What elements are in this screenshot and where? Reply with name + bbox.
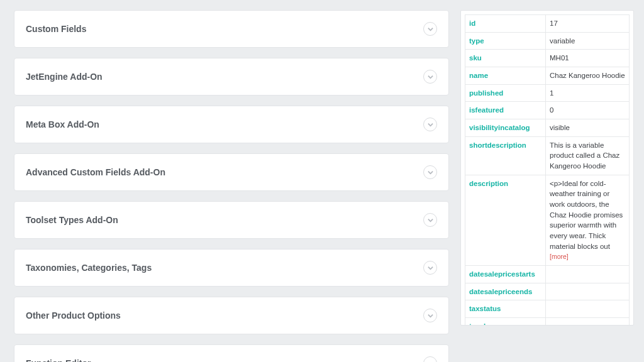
preview-panel: id17typevariableskuMH01nameChaz Kangeroo… — [460, 10, 634, 326]
preview-value — [546, 283, 630, 300]
chevron-down-icon — [423, 22, 437, 36]
chevron-down-icon — [423, 70, 437, 84]
panel-custom-fields[interactable]: Custom Fields — [14, 10, 449, 48]
panel-title: Toolset Types Add-On — [26, 215, 118, 225]
preview-key: published — [465, 84, 546, 102]
preview-key: taxstatus — [465, 300, 546, 318]
preview-key: datesalepriceends — [465, 283, 546, 300]
table-row: taxstatus — [465, 300, 630, 318]
preview-value: 0 — [546, 102, 630, 119]
table-row: datesalepricestarts — [465, 266, 630, 283]
table-row: skuMH01 — [465, 50, 630, 67]
preview-value — [546, 266, 630, 283]
preview-value — [546, 318, 630, 326]
panel-title: Function Editor — [26, 358, 91, 362]
preview-key: isfeatured — [465, 102, 546, 119]
table-row: shortdescriptionThis is a variable produ… — [465, 136, 630, 175]
preview-table: id17typevariableskuMH01nameChaz Kangeroo… — [465, 14, 630, 326]
panel-meta-box-addon[interactable]: Meta Box Add-On — [14, 106, 449, 143]
table-row: id17 — [465, 15, 630, 33]
preview-value: variable — [546, 32, 630, 50]
panel-function-editor[interactable]: Function Editor — [14, 344, 449, 362]
panel-title: Custom Fields — [26, 24, 86, 34]
table-row: description<p>Ideal for cold-weather tra… — [465, 175, 630, 265]
panel-title: Advanced Custom Fields Add-On — [26, 167, 165, 177]
chevron-down-icon — [423, 213, 437, 227]
preview-value: MH01 — [546, 50, 630, 67]
accordion-list: Custom Fields JetEngine Add-On Meta Box … — [14, 10, 449, 352]
table-row: taxclass — [465, 318, 630, 326]
preview-value: 1 — [546, 84, 630, 102]
preview-value: 17 — [546, 15, 630, 33]
chevron-down-icon — [423, 118, 437, 131]
chevron-down-icon — [423, 309, 437, 322]
preview-key: visibilityincatalog — [465, 119, 546, 137]
panel-taxonomies[interactable]: Taxonomies, Categories, Tags — [14, 249, 449, 287]
panel-title: Taxonomies, Categories, Tags — [26, 263, 152, 273]
panel-title: JetEngine Add-On — [26, 72, 103, 82]
panel-other-product-options[interactable]: Other Product Options — [14, 297, 449, 334]
preview-value: Chaz Kangeroo Hoodie — [546, 67, 630, 85]
preview-key: sku — [465, 50, 546, 67]
preview-key: datesalepricestarts — [465, 266, 546, 283]
chevron-down-icon — [423, 165, 437, 179]
panel-title: Meta Box Add-On — [26, 119, 99, 129]
panel-acf-addon[interactable]: Advanced Custom Fields Add-On — [14, 153, 449, 191]
chevron-down-icon — [423, 356, 437, 362]
preview-key: taxclass — [465, 318, 546, 326]
preview-key: shortdescription — [465, 136, 546, 175]
panel-title: Other Product Options — [26, 310, 121, 321]
preview-key: type — [465, 32, 546, 50]
table-row: isfeatured0 — [465, 102, 630, 119]
preview-value: <p>Ideal for cold-weather training or wo… — [546, 175, 630, 265]
table-row: visibilityincatalogvisible — [465, 119, 630, 137]
panel-jetengine-addon[interactable]: JetEngine Add-On — [14, 58, 449, 96]
preview-value: visible — [546, 119, 630, 137]
preview-value — [546, 300, 630, 318]
table-row: published1 — [465, 84, 630, 102]
preview-value: This is a variable product called a Chaz… — [546, 136, 630, 175]
preview-key: id — [465, 15, 546, 33]
preview-key: description — [465, 175, 546, 265]
table-row: typevariable — [465, 32, 630, 50]
panel-toolset-types-addon[interactable]: Toolset Types Add-On — [14, 201, 449, 239]
preview-key: name — [465, 67, 546, 85]
chevron-down-icon — [423, 261, 437, 275]
more-link[interactable]: [more] — [550, 253, 569, 260]
table-row: nameChaz Kangeroo Hoodie — [465, 67, 630, 85]
table-row: datesalepriceends — [465, 283, 630, 300]
